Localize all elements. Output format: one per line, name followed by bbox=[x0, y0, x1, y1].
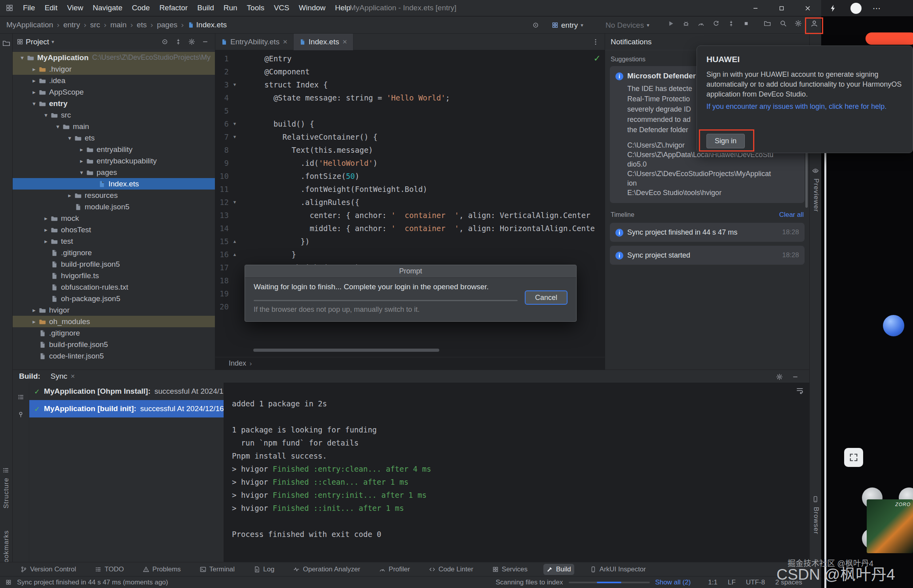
breadcrumb-src[interactable]: src bbox=[90, 21, 100, 29]
tree-item-build-profile-root[interactable]: build-profile.json5 bbox=[13, 339, 215, 350]
device-select[interactable]: No Devices▾ bbox=[602, 17, 653, 34]
tree-item-test[interactable]: ▸test bbox=[13, 235, 215, 247]
breadcrumb-file[interactable]: Index.ets bbox=[188, 21, 227, 29]
inspection-ok-icon[interactable]: ✓ bbox=[594, 53, 601, 63]
tree-item-main[interactable]: ▾main bbox=[13, 121, 215, 132]
timeline-event[interactable]: i Sync project started 18:28 bbox=[610, 246, 805, 265]
device-file-browser-icon[interactable] bbox=[812, 496, 819, 503]
toolwindow-terminal[interactable]: Terminal bbox=[197, 564, 238, 575]
notifications-scrollbar[interactable] bbox=[805, 152, 808, 208]
breadcrumb-entry[interactable]: entry bbox=[63, 21, 80, 29]
tree-item-resources[interactable]: ▸resources bbox=[13, 190, 215, 201]
breadcrumb-ets[interactable]: ets bbox=[137, 21, 146, 29]
menu-file[interactable]: File bbox=[19, 2, 39, 14]
structure-stripe-icon[interactable] bbox=[2, 467, 9, 474]
previewer-icon[interactable] bbox=[812, 167, 819, 174]
project-panel-title[interactable]: Project bbox=[26, 38, 49, 46]
search-everywhere-button[interactable] bbox=[776, 17, 790, 30]
tab-sync[interactable]: Sync✕ bbox=[51, 372, 75, 381]
stripe-structure[interactable]: Structure bbox=[2, 478, 10, 508]
tree-item-hvigor-root[interactable]: ▸hvigor bbox=[13, 304, 215, 316]
minimize-button[interactable] bbox=[743, 0, 768, 16]
browser-avatar[interactable] bbox=[850, 3, 862, 14]
panel-options-button[interactable] bbox=[186, 36, 197, 48]
project-structure-button[interactable] bbox=[761, 17, 774, 30]
horizontal-scrollbar[interactable] bbox=[253, 349, 439, 352]
clear-all-link[interactable]: Clear all bbox=[779, 211, 804, 219]
app-logo-icon[interactable] bbox=[6, 4, 13, 12]
toolwindow-log[interactable]: Log bbox=[251, 564, 277, 575]
tree-item-mock[interactable]: ▸mock bbox=[13, 212, 215, 224]
floating-assistant-button[interactable] bbox=[883, 315, 904, 336]
tree-item-appscope[interactable]: ▸AppScope bbox=[13, 86, 215, 98]
toolwindow-version-control[interactable]: Version Control bbox=[17, 564, 79, 575]
tree-item-pages[interactable]: ▾pages bbox=[13, 167, 215, 178]
tree-item-myapplication[interactable]: ▾MyApplicationC:\Users\Z\DevEcoStudioPro… bbox=[13, 52, 215, 63]
maximize-button[interactable] bbox=[769, 0, 794, 16]
menu-refactor[interactable]: Refactor bbox=[156, 2, 192, 14]
status-message[interactable]: Sync project finished in 44 s 47 ms (mom… bbox=[17, 579, 168, 586]
build-console[interactable]: added 1 package in 2s 1 package is looki… bbox=[224, 383, 809, 562]
tab-entryability[interactable]: EntryAbility.ets✕ bbox=[215, 34, 294, 50]
tree-item-entryability[interactable]: ▸entryability bbox=[13, 144, 215, 155]
build-settings-icon[interactable] bbox=[774, 372, 784, 381]
soft-wrap-icon[interactable] bbox=[796, 387, 804, 395]
tree-item-src[interactable]: ▾src bbox=[13, 109, 215, 121]
login-help-link[interactable]: If you encounter any issues with login, … bbox=[706, 102, 903, 112]
tree-item-idea[interactable]: ▸.idea bbox=[13, 75, 215, 86]
build-result-row[interactable]: ✓ MyApplication [Ohpm Install]: successf… bbox=[29, 383, 224, 400]
project-stripe-icon[interactable] bbox=[2, 39, 10, 47]
status-grid-icon[interactable] bbox=[6, 579, 11, 585]
tree-item-gitignore-root[interactable]: .gitignore bbox=[13, 327, 215, 339]
close-tab-icon[interactable]: ✕ bbox=[283, 38, 288, 46]
toolwindow-build[interactable]: Build bbox=[543, 564, 574, 575]
close-tab-icon[interactable]: ✕ bbox=[70, 373, 75, 379]
debug-button[interactable] bbox=[679, 17, 693, 30]
run-config-select[interactable]: entry▾ bbox=[549, 17, 587, 34]
close-button[interactable] bbox=[795, 0, 820, 16]
toolwindow-operation-analyzer[interactable]: Operation Analyzer bbox=[290, 564, 363, 575]
menu-run[interactable]: Run bbox=[220, 2, 241, 14]
tree-item-entry[interactable]: ▾entry bbox=[13, 98, 215, 109]
menu-window[interactable]: Window bbox=[295, 2, 330, 14]
tab-index[interactable]: Index.ets✕ bbox=[294, 34, 353, 50]
tree-item-module-json5[interactable]: module.json5 bbox=[13, 201, 215, 212]
tree-item-obfuscation-rules[interactable]: obfuscation-rules.txt bbox=[13, 281, 215, 293]
fullscreen-button[interactable] bbox=[844, 448, 863, 467]
close-tab-icon[interactable]: ✕ bbox=[342, 38, 347, 46]
tree-item-oh-package[interactable]: oh-package.json5 bbox=[13, 293, 215, 304]
tree-item-hvigor-dir[interactable]: ▸.hvigor bbox=[13, 63, 215, 75]
hide-build-panel-icon[interactable] bbox=[790, 372, 800, 381]
sync-status-icon[interactable] bbox=[529, 17, 542, 34]
file-encoding[interactable]: UTF-8 bbox=[746, 579, 765, 586]
tree-item-oh-modules[interactable]: ▸oh_modules bbox=[13, 316, 215, 327]
caret-position[interactable]: 1:1 bbox=[708, 579, 717, 586]
follow-button[interactable] bbox=[866, 32, 913, 45]
toolwindow-code-linter[interactable]: Code Linter bbox=[426, 564, 476, 575]
locate-file-button[interactable] bbox=[159, 36, 171, 48]
tree-item-ohostest[interactable]: ▸ohosTest bbox=[13, 224, 215, 235]
stripe-previewer[interactable]: Previewer bbox=[812, 178, 820, 212]
toolwindow-services[interactable]: Services bbox=[489, 564, 531, 575]
menu-tools[interactable]: Tools bbox=[243, 2, 268, 14]
toolwindow-problems[interactable]: Problems bbox=[140, 564, 184, 575]
restart-button[interactable] bbox=[709, 17, 723, 30]
extension-zap-icon[interactable] bbox=[829, 4, 837, 12]
tree-item-hvigorfile[interactable]: hvigorfile.ts bbox=[13, 270, 215, 281]
menu-code[interactable]: Code bbox=[128, 2, 154, 14]
hide-panel-button[interactable] bbox=[199, 36, 211, 48]
line-ending[interactable]: LF bbox=[728, 579, 736, 586]
pin-icon[interactable] bbox=[17, 411, 24, 418]
build-result-row[interactable]: ✓ MyApplication [build init]: successful… bbox=[29, 400, 224, 417]
menu-vcs[interactable]: VCS bbox=[270, 2, 293, 14]
menu-build[interactable]: Build bbox=[193, 2, 218, 14]
tree-item-ets[interactable]: ▾ets bbox=[13, 132, 215, 144]
show-all-link[interactable]: Show all (2) bbox=[655, 579, 691, 586]
coverage-button[interactable] bbox=[724, 17, 738, 30]
breadcrumb-pages[interactable]: pages bbox=[157, 21, 177, 29]
settings-button[interactable] bbox=[792, 17, 805, 30]
tab-options-icon[interactable] bbox=[592, 38, 599, 46]
breadcrumb-project[interactable]: MyApplication bbox=[6, 21, 53, 29]
timeline-event[interactable]: i Sync project finished in 44 s 47 ms 18… bbox=[610, 223, 805, 242]
profiler-button[interactable] bbox=[694, 17, 708, 30]
